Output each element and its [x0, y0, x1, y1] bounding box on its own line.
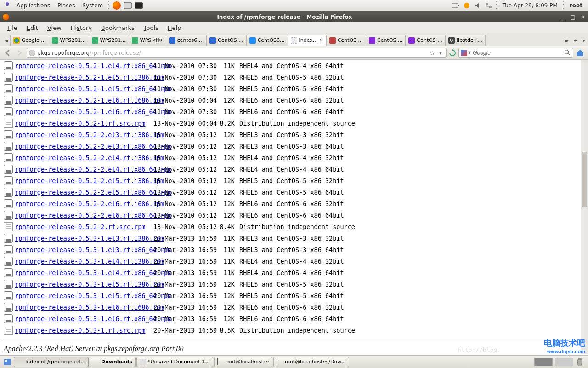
taskbar-button[interactable]: root@localhost:~/Dow... [273, 357, 349, 367]
browser-tab[interactable]: CentOS ... [326, 34, 366, 46]
search-engine-icon[interactable] [461, 50, 467, 56]
site-identity-icon[interactable] [29, 50, 35, 56]
file-desc: RHEL5 and CentOS-5 x86 64bit [235, 292, 344, 299]
terminal-launcher-icon[interactable] [135, 1, 143, 10]
file-link[interactable]: rpmforge-release-0.5.3-1.el6.rf.x86_64.r… [15, 315, 171, 322]
show-desktop-icon[interactable] [3, 358, 11, 366]
file-link[interactable]: rpmforge-release-0.5.2-2.rf.src.rpm [15, 223, 145, 230]
taskbar-button[interactable]: Index of /rpmforge-rel... [14, 357, 89, 367]
file-size: 11K [211, 269, 235, 276]
search-go-icon[interactable] [565, 50, 571, 56]
search-engine-dropdown[interactable]: ▼ [468, 51, 471, 55]
close-window-button[interactable]: × [579, 14, 587, 20]
trash-icon[interactable] [576, 358, 584, 366]
file-link[interactable]: rpmforge-release-0.5.2-2.el4.rf.x86_64.r… [15, 166, 171, 173]
view-menu[interactable]: View [43, 24, 66, 31]
file-size: 12K [211, 97, 235, 104]
file-link[interactable]: rpmforge-release-0.5.2-2.el5.rf.x86_64.r… [15, 189, 171, 196]
browser-tab[interactable]: WPS201... [49, 34, 89, 46]
places-menu[interactable]: Places [54, 2, 79, 9]
browser-tab[interactable]: centos6.... [166, 34, 207, 46]
forward-button[interactable] [15, 48, 25, 58]
file-date: 20-Mar-2013 16:59 [153, 281, 211, 288]
system-menu[interactable]: System [79, 2, 107, 9]
file-menu[interactable]: File [3, 24, 22, 31]
feed-icon[interactable]: ✩ [429, 49, 436, 57]
tools-menu[interactable]: Tools [139, 24, 163, 31]
maximize-button[interactable]: □ [569, 14, 577, 20]
file-link[interactable]: rpmforge-release-0.5.3-1.el6.rf.i686.rpm [15, 304, 164, 311]
file-link[interactable]: rpmforge-release-0.5.2-1.el6.rf.x86_64.r… [15, 108, 171, 115]
file-link[interactable]: rpmforge-release-0.5.2-2.el4.rf.i386.rpm [15, 154, 164, 161]
tab-label: WPS 社区 [140, 37, 163, 44]
clock[interactable]: Tue Apr 29, 8:09 PM [499, 2, 561, 9]
tab-favicon [13, 37, 20, 44]
battery-icon[interactable] [452, 1, 460, 10]
file-link[interactable]: rpmforge-release-0.5.2-1.el5.rf.x86_64.r… [15, 85, 171, 92]
file-link[interactable]: rpmforge-release-0.5.2-1.rf.src.rpm [15, 120, 145, 127]
search-box[interactable]: ▼ [458, 48, 573, 58]
file-link[interactable]: rpmforge-release-0.5.3-1.el4.rf.i386.rpm [15, 258, 164, 265]
new-tab-button[interactable]: + [571, 35, 580, 46]
back-button[interactable] [3, 48, 13, 58]
scrollbar[interactable] [581, 60, 588, 354]
browser-tab[interactable]: CentOS6... [246, 34, 288, 46]
file-link[interactable]: rpmforge-release-0.5.3-1.el5.rf.i386.rpm [15, 281, 164, 288]
search-input[interactable] [473, 50, 565, 56]
file-link[interactable]: rpmforge-release-0.5.2-2.el6.rf.i686.rpm [15, 200, 164, 207]
browser-tab[interactable]: Index...✕ [288, 34, 327, 46]
applications-menu[interactable]: Applications [13, 2, 54, 9]
file-link[interactable]: rpmforge-release-0.5.2-1.el4.rf.x86_64.r… [15, 62, 171, 69]
scrollbar-thumb[interactable] [582, 152, 587, 207]
file-type-icon [2, 107, 15, 116]
tab-list-button[interactable]: ▾ [580, 35, 588, 46]
browser-tab[interactable]: CentOS ... [366, 34, 406, 46]
browser-tab[interactable]: WPS 社区 [129, 34, 166, 46]
browser-tab[interactable]: Google ... [10, 34, 49, 46]
bookmarks-menu[interactable]: Bookmarks [96, 24, 139, 31]
updates-icon[interactable] [463, 1, 471, 10]
file-link[interactable]: rpmforge-release-0.5.2-2.el5.rf.i386.rpm [15, 177, 164, 184]
url-input[interactable] [141, 49, 428, 56]
close-tab-icon[interactable]: ✕ [319, 38, 323, 43]
taskbar-button[interactable]: root@localhost:~ [214, 357, 272, 367]
file-link[interactable]: rpmforge-release-0.5.2-1.el6.rf.i686.rpm [15, 97, 164, 104]
file-link[interactable]: rpmforge-release-0.5.3-1.el3.rf.x86_64.r… [15, 246, 171, 253]
volume-icon[interactable] [474, 1, 482, 10]
user-menu[interactable]: root [566, 2, 586, 9]
browser-tab[interactable]: WPS201... [89, 34, 129, 46]
file-type-icon [2, 303, 15, 312]
tab-scroll-left[interactable]: ◄ [2, 35, 10, 46]
home-button[interactable] [575, 48, 585, 58]
file-row: rpmforge-release-0.5.2-2.el6.rf.x86_64.r… [2, 209, 579, 221]
browser-tab[interactable]: CentOS ... [405, 34, 445, 46]
dropdown-icon[interactable]: ▾ [437, 49, 444, 57]
minimize-button[interactable]: _ [559, 14, 567, 20]
workspace-switcher[interactable] [555, 358, 573, 366]
history-menu[interactable]: History [66, 24, 96, 31]
file-link[interactable]: rpmforge-release-0.5.2-1.el5.rf.i386.rpm [15, 74, 164, 81]
tab-scroll-right[interactable]: ► [563, 35, 571, 46]
workspace-switcher[interactable] [534, 358, 553, 366]
reload-button[interactable] [448, 49, 457, 57]
file-desc: RHEL5 and CentOS-5 x86 64bit [235, 189, 344, 196]
firefox-launcher-icon[interactable] [113, 1, 121, 10]
help-menu[interactable]: Help [163, 24, 186, 31]
file-size: 11K [211, 258, 235, 265]
file-link[interactable]: rpmforge-release-0.5.3-1.el4.rf.x86_64.r… [15, 269, 171, 276]
nautilus-launcher-icon[interactable] [124, 1, 132, 10]
file-link[interactable]: rpmforge-release-0.5.2-2.el6.rf.x86_64.r… [15, 212, 171, 219]
edit-menu[interactable]: Edit [22, 24, 43, 31]
url-bar[interactable]: pkgs.repoforge.org/rpmforge-release/ ✩ ▾ [27, 48, 447, 58]
file-link[interactable]: rpmforge-release-0.5.3-1.el3.rf.i386.rpm [15, 235, 164, 242]
file-link[interactable]: rpmforge-release-0.5.2-2.el3.rf.x86_64.r… [15, 143, 171, 150]
file-link[interactable]: rpmforge-release-0.5.3-1.rf.src.rpm [15, 327, 145, 334]
file-link[interactable]: rpmforge-release-0.5.2-2.el3.rf.i386.rpm [15, 131, 164, 138]
file-link[interactable]: rpmforge-release-0.5.3-1.el5.rf.x86_64.r… [15, 292, 171, 299]
network-icon[interactable] [485, 1, 493, 10]
taskbar-button[interactable]: *Unsaved Document 1... [136, 357, 213, 367]
browser-tab[interactable]: Qlibstdc+... [445, 34, 486, 46]
browser-tab[interactable]: CentOS ... [206, 34, 246, 46]
taskbar-button[interactable]: Downloads [90, 357, 136, 367]
tab-label: CentOS ... [218, 37, 243, 43]
